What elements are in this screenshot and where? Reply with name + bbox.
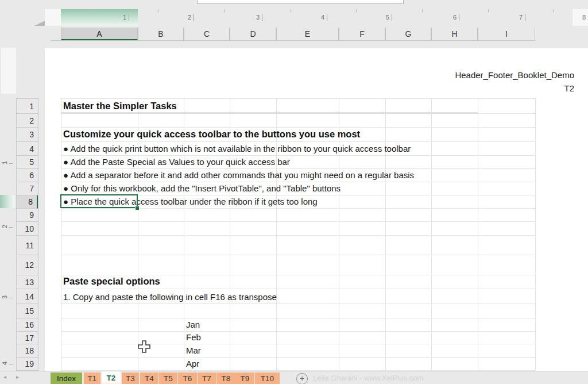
sheet-tab-t4[interactable]: T4	[140, 373, 158, 384]
ruler-tick	[9, 364, 13, 364]
ruler-mark-h: 7	[519, 14, 523, 21]
row-header-11[interactable]: 11	[17, 236, 38, 255]
ruler-tick	[525, 14, 525, 21]
ruler-midtick	[488, 9, 489, 13]
tab-scroll-left-button[interactable]: ◂	[3, 374, 6, 380]
tab-scroll-right-button[interactable]: ▸	[16, 374, 19, 380]
ruler-midtick	[553, 9, 554, 13]
row-header-1[interactable]: 1	[17, 99, 38, 114]
row-header-10[interactable]: 10	[17, 222, 38, 236]
ruler-midtick	[158, 9, 158, 13]
ruler-midtick	[224, 9, 225, 13]
ruler-tick	[9, 298, 13, 298]
row-header-8[interactable]: 8	[17, 195, 38, 209]
column-header-b[interactable]: B	[138, 28, 184, 40]
ruler-mark-h: 4	[321, 14, 324, 21]
column-header-a[interactable]: A	[61, 28, 138, 40]
ruler-mark-v: 3	[1, 295, 8, 299]
page-header-sheet-name: T2	[455, 82, 574, 95]
ruler-top-margin	[1, 48, 16, 94]
column-headers: ABCDEFGHI	[51, 28, 535, 41]
row-header-6[interactable]: 6	[17, 169, 38, 182]
sheet-tab-t6[interactable]: T6	[178, 373, 197, 384]
ruler-midtick	[422, 9, 423, 13]
ruler-tick	[392, 14, 392, 21]
row-header-3[interactable]: 3	[17, 128, 38, 142]
ruler-mark-h: 6	[453, 14, 457, 21]
ruler-mark-h: 5	[386, 14, 389, 21]
vertical-ruler: 1234	[1, 48, 16, 371]
ruler-left-margin	[45, 9, 61, 26]
page-header: Header_Footer_Booklet_Demo T2	[455, 68, 574, 95]
column-header-f[interactable]: F	[339, 28, 385, 40]
ruler-tick	[327, 14, 327, 21]
sheet-tab-t3[interactable]: T3	[122, 373, 139, 384]
column-header-g[interactable]: G	[385, 28, 431, 40]
row-header-15[interactable]: 15	[17, 304, 38, 318]
sheet-tab-bar: ◂ ▸ + Leila Gharani - www.XelPlus.com In…	[0, 371, 588, 384]
row-header-18[interactable]: 18	[17, 344, 38, 358]
row-header-5[interactable]: 5	[17, 156, 38, 169]
ruler-mark-h: 1	[123, 14, 126, 21]
dialog-bottom-edge	[197, 0, 404, 4]
row-header-14[interactable]: 14	[17, 289, 38, 304]
ruler-tick	[459, 14, 459, 21]
column-header-h[interactable]: H	[431, 28, 478, 40]
selected-cell-a8-outline	[60, 194, 138, 208]
ruler-mark-v: 4	[1, 362, 8, 365]
row-headers: 12345678910111213141516171819	[16, 98, 38, 371]
column-header-i[interactable]: I	[478, 28, 535, 40]
row-header-19[interactable]: 19	[17, 358, 38, 371]
ruler-tick	[9, 227, 13, 228]
fill-handle[interactable]	[135, 206, 140, 210]
worksheet-page: Header_Footer_Booklet_Demo T2	[45, 48, 588, 371]
horizontal-ruler: 12345678	[0, 9, 588, 26]
watermark-text: Leila Gharani - www.XelPlus.com	[313, 374, 423, 382]
row-header-4[interactable]: 4	[17, 142, 38, 156]
ruler-tick	[194, 14, 194, 21]
column-header-c[interactable]: C	[184, 28, 230, 40]
sheet-tab-index[interactable]: Index	[51, 373, 82, 384]
row-header-2[interactable]: 2	[17, 114, 38, 128]
row-header-7[interactable]: 7	[17, 182, 38, 195]
sheet-tab-t2[interactable]: T2	[102, 371, 121, 384]
row-header-17[interactable]: 17	[17, 332, 38, 344]
cell-cursor-icon	[137, 340, 152, 355]
ruler-midtick	[94, 9, 94, 13]
ruler-mark-h: 3	[256, 14, 260, 21]
sheet-tab-t7[interactable]: T7	[198, 373, 216, 384]
ruler-tick	[129, 14, 129, 21]
ruler-tick	[262, 14, 262, 21]
ruler-mark-v: 2	[1, 225, 8, 228]
sheet-tab-t5[interactable]: T5	[159, 373, 177, 384]
ruler-tick	[9, 163, 13, 164]
sheet-tab-t1[interactable]: T1	[84, 373, 100, 384]
ruler-row-selection-highlight	[0, 195, 15, 208]
row-header-16[interactable]: 16	[17, 318, 38, 332]
row-header-9[interactable]: 9	[17, 209, 38, 222]
sheet-tab-t8[interactable]: T8	[216, 373, 235, 384]
sheet-tab-t10[interactable]: T10	[255, 373, 280, 384]
new-sheet-button[interactable]: +	[296, 373, 308, 384]
row-header-13[interactable]: 13	[17, 275, 38, 289]
ruler-mark-v: 1	[1, 161, 8, 164]
row-header-12[interactable]: 12	[17, 255, 38, 275]
ruler-mark-h: 8	[582, 14, 586, 21]
ruler-midtick	[291, 9, 291, 13]
page-header-title: Header_Footer_Booklet_Demo	[455, 68, 574, 82]
ruler-midtick	[356, 9, 357, 13]
excel-page-layout-view: 12345678 ABCDEFGHI 1234 1234567891011121…	[0, 0, 588, 384]
sheet-tab-t9[interactable]: T9	[235, 373, 254, 384]
ruler-mark-h: 2	[188, 14, 191, 21]
column-header-e[interactable]: E	[276, 28, 339, 40]
column-header-d[interactable]: D	[230, 28, 276, 40]
